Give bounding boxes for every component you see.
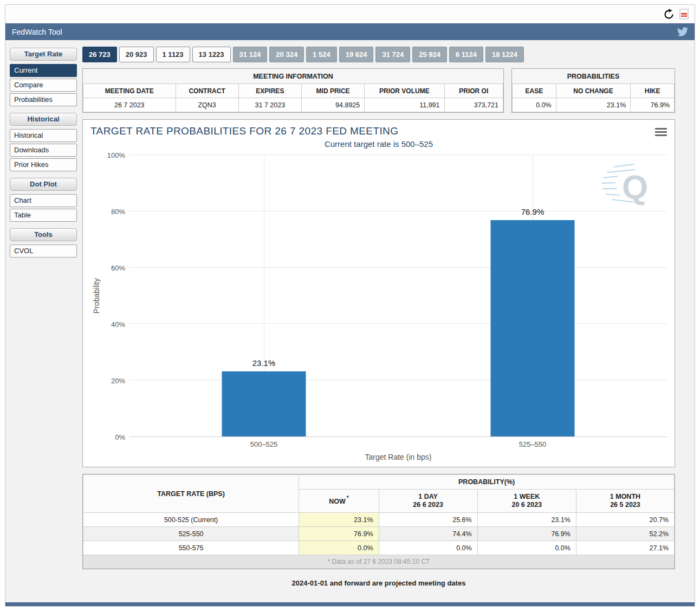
tab-meeting-25-924[interactable]: 25 924: [412, 47, 447, 62]
tab-meeting-1-524[interactable]: 1 524: [306, 47, 337, 62]
tab-meeting-20-923[interactable]: 20 923: [119, 47, 154, 62]
rate-cell: 525-550: [83, 527, 299, 541]
svg-text:PDF: PDF: [681, 14, 688, 17]
probabilities-table: EASE NO CHANGE HIKE 0.0% 23.1% 76.9%: [512, 83, 675, 112]
tab-meeting-31-124[interactable]: 31 124: [233, 47, 268, 62]
app-frame: PDF FedWatch Tool Target Rate Current Co…: [5, 4, 695, 607]
month-cell: 20.7%: [576, 513, 674, 527]
chart-menu-icon[interactable]: [655, 125, 667, 136]
meeting-information-table: MEETING DATE CONTRACT EXPIRES MID PRICE …: [83, 83, 503, 112]
prior-oi-value: 373,721: [444, 98, 503, 112]
probability-bar-525-550[interactable]: [491, 220, 575, 436]
prior-volume-value: 11,991: [365, 98, 444, 112]
week-cell: 23.1%: [477, 513, 576, 527]
sidebar-item-prior-hikes[interactable]: Prior Hikes: [10, 158, 77, 171]
sidebar-header-tools[interactable]: Tools: [10, 228, 77, 241]
column-header-ease: EASE: [513, 84, 556, 98]
sidebar-header-dot-plot[interactable]: Dot Plot: [10, 178, 77, 191]
day-cell: 74.4%: [379, 527, 477, 541]
pdf-export-icon[interactable]: PDF: [679, 9, 689, 20]
tab-meeting-6-1124[interactable]: 6 1124: [449, 47, 483, 62]
sidebar-header-target-rate[interactable]: Target Rate: [10, 48, 77, 61]
table-row-500-525: 500-525 (Current) 23.1% 25.6% 23.1% 20.7…: [83, 513, 675, 527]
week-cell: 76.9%: [477, 527, 576, 541]
sidebar-item-chart[interactable]: Chart: [10, 194, 77, 207]
column-header-hike: HIKE: [631, 84, 675, 98]
expires-value: 31 7 2023: [238, 98, 301, 112]
probabilities-title: PROBABILITIES: [512, 69, 675, 83]
meeting-date-tabs: 26 723 20 923 1 1123 13 1223 31 124 20 3…: [82, 47, 675, 62]
sidebar-item-compare[interactable]: Compare: [10, 79, 77, 92]
meeting-date-value: 26 7 2023: [83, 98, 176, 112]
x-axis-title: Target Rate (in bps): [129, 453, 667, 461]
y-tick-80: 80%: [111, 208, 125, 216]
tab-meeting-31-724[interactable]: 31 724: [375, 47, 410, 62]
chart-subtitle: Current target rate is 500–525: [90, 139, 667, 149]
meeting-information-panel: MEETING INFORMATION MEETING DATE CONTRAC…: [82, 68, 504, 113]
now-cell: 23.1%: [299, 513, 379, 527]
sidebar: Target Rate Current Compare Probabilitie…: [10, 47, 77, 600]
topbar: PDF: [5, 5, 695, 23]
y-axis-title: Probability: [92, 278, 101, 313]
quikstrike-watermark: Q: [600, 160, 652, 208]
sidebar-item-cvol[interactable]: CVOL: [10, 245, 77, 258]
app-body: Target Rate Current Compare Probabilitie…: [5, 40, 695, 602]
data-as-of-footnote: * Data as of 27 6 2023 08:45:10 CT: [83, 555, 675, 569]
tab-meeting-26-723[interactable]: 26 723: [82, 47, 117, 62]
tab-meeting-1-1123[interactable]: 1 1123: [156, 47, 190, 62]
column-header-1-month: 1 MONTH 26 5 2023: [576, 490, 674, 513]
sidebar-item-probabilities[interactable]: Probabilities: [10, 93, 77, 106]
table-row-525-550: 525-550 76.9% 74.4% 76.9% 52.2%: [83, 527, 675, 541]
column-header-mid-price: MID PRICE: [302, 84, 365, 98]
refresh-icon[interactable]: [663, 9, 675, 20]
app-header: FedWatch Tool: [5, 23, 695, 40]
sidebar-item-downloads[interactable]: Downloads: [10, 144, 77, 157]
sidebar-item-historical[interactable]: Historical: [10, 129, 77, 142]
probability-history-table: TARGET RATE (BPS) PROBABILITY(%) NOW* 1 …: [83, 474, 675, 569]
tab-meeting-18-1224[interactable]: 18 1224: [485, 47, 524, 62]
plot-area: Q 23.1% 76.9%: [129, 155, 667, 437]
no-change-value: 23.1%: [556, 98, 631, 112]
column-header-contract: CONTRACT: [176, 84, 238, 98]
rate-cell: 500-525 (Current): [83, 513, 299, 527]
table-row-550-575: 550-575 0.0% 0.0% 0.0% 27.1%: [83, 541, 675, 555]
month-cell: 27.1%: [576, 541, 674, 555]
tab-meeting-13-1223[interactable]: 13 1223: [192, 47, 231, 62]
day-cell: 0.0%: [379, 541, 477, 555]
x-category-525-550: 525–550: [398, 440, 667, 448]
watermark-letter: Q: [622, 168, 648, 205]
column-header-expires: EXPIRES: [238, 84, 301, 98]
category-500-525: 23.1%: [129, 155, 398, 436]
y-tick-40: 40%: [111, 320, 125, 329]
y-tick-20: 20%: [111, 377, 125, 385]
tab-meeting-20-324[interactable]: 20 324: [269, 47, 304, 62]
x-axis-labels: 500–525 525–550: [129, 440, 667, 448]
column-header-prior-volume: PRIOR VOLUME: [365, 84, 444, 98]
column-header-1-week: 1 WEEK 20 6 2023: [477, 490, 576, 513]
y-tick-0: 0%: [115, 433, 125, 441]
meeting-information-title: MEETING INFORMATION: [83, 69, 503, 83]
info-row: MEETING INFORMATION MEETING DATE CONTRAC…: [82, 68, 675, 113]
column-header-now: NOW*: [299, 490, 379, 513]
sidebar-item-current[interactable]: Current: [10, 64, 77, 77]
projected-dates-note: 2024-01-01 and forward are projected mee…: [82, 579, 675, 587]
footnote-marker: *: [347, 495, 349, 501]
probability-bar-500-525[interactable]: [222, 371, 306, 436]
chart-body: Probability 0% 20% 40% 60% 80% 100%: [90, 155, 667, 461]
twitter-icon[interactable]: [677, 27, 688, 36]
hike-value: 76.9%: [631, 98, 675, 112]
contract-value: ZQN3: [176, 98, 238, 112]
probabilities-panel: PROBABILITIES EASE NO CHANGE HIKE 0.0% 2…: [511, 68, 675, 113]
column-header-prior-oi: PRIOR OI: [444, 84, 503, 98]
sidebar-item-table[interactable]: Table: [10, 209, 77, 222]
tab-meeting-19-624[interactable]: 19 624: [339, 47, 374, 62]
main-content: 26 723 20 923 1 1123 13 1223 31 124 20 3…: [82, 47, 675, 600]
column-group-probability: PROBABILITY(%): [299, 475, 675, 490]
column-header-meeting-date: MEETING DATE: [83, 84, 176, 98]
chart-title: TARGET RATE PROBABILITIES FOR 26 7 2023 …: [90, 125, 398, 137]
mid-price-value: 94.8925: [302, 98, 365, 112]
probability-history-panel: TARGET RATE (BPS) PROBABILITY(%) NOW* 1 …: [82, 474, 675, 569]
now-cell: 76.9%: [299, 527, 379, 541]
sidebar-header-historical[interactable]: Historical: [10, 113, 77, 126]
bar-value-label-500-525: 23.1%: [252, 358, 276, 368]
